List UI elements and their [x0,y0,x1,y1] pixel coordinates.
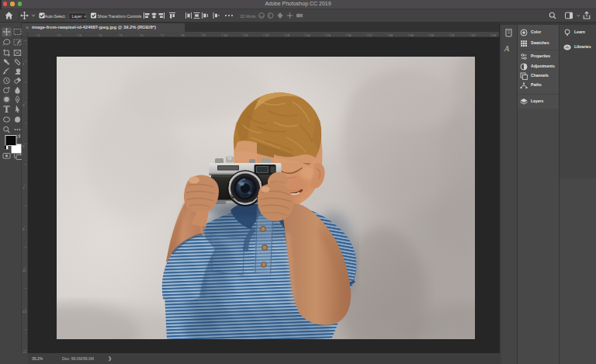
svg-text:9: 9 [203,33,206,37]
svg-text:22: 22 [472,33,476,37]
svg-text:1: 1 [23,62,25,66]
svg-text:19: 19 [410,33,414,37]
svg-text:1: 1 [38,33,40,37]
svg-text:13: 13 [286,33,289,37]
svg-text:16: 16 [348,33,352,37]
svg-text:18: 18 [389,33,393,37]
svg-text:7: 7 [162,33,165,37]
svg-text:15: 15 [327,33,331,37]
svg-text:21: 21 [451,33,455,37]
svg-text:8: 8 [182,33,185,37]
svg-text:13: 13 [23,310,26,314]
svg-text:17: 17 [369,33,372,37]
svg-text:11: 11 [23,269,26,272]
svg-text:6: 6 [141,33,144,37]
svg-text:4: 4 [100,33,102,37]
svg-text:5: 5 [23,144,25,148]
svg-text:5: 5 [120,33,123,37]
svg-text:11: 11 [244,33,248,37]
svg-text:23: 23 [492,33,496,37]
svg-text:3: 3 [23,103,25,107]
svg-text:20: 20 [430,33,434,37]
svg-text:A: A [504,44,510,53]
svg-text:12: 12 [265,33,269,37]
svg-text:3: 3 [79,33,81,37]
svg-text:2: 2 [59,33,61,37]
svg-text:9: 9 [23,227,25,231]
svg-text:14: 14 [307,33,310,37]
svg-text:10: 10 [224,33,227,37]
svg-text:7: 7 [23,186,25,190]
